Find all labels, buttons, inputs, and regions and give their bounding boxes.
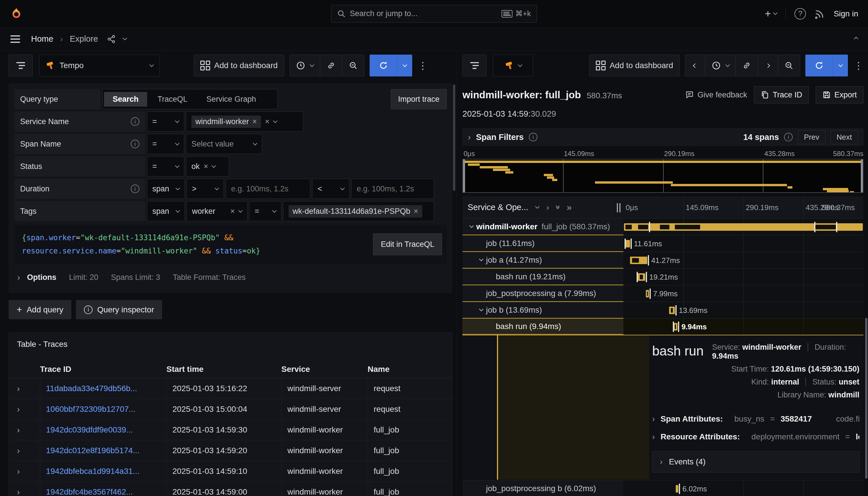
service-name-operator[interactable]: =	[147, 111, 184, 131]
minimap-canvas[interactable]	[463, 159, 864, 193]
span-attributes-row[interactable]: ›Span Attributes: busy_ns=3582417 code.f…	[652, 414, 859, 423]
trace-id-link[interactable]: 1942dbfc4be3567f462...	[46, 487, 133, 496]
span-row[interactable]: bash run (19.21ms)19.21ms	[463, 269, 864, 285]
import-trace-button[interactable]: Import trace	[391, 89, 447, 109]
clear-icon[interactable]: ×	[265, 117, 269, 126]
expand-row-icon[interactable]: ›	[17, 384, 40, 393]
span-expander-icon[interactable]	[476, 309, 486, 311]
column-header[interactable]: Start time	[167, 365, 281, 374]
time-picker-button[interactable]	[290, 55, 320, 76]
search-input[interactable]	[350, 9, 497, 18]
trace-id-link[interactable]: 11dabada33e479db56b...	[46, 384, 137, 393]
column-header[interactable]: Name	[368, 365, 444, 374]
expand-row-icon[interactable]: ›	[17, 466, 40, 476]
add-to-dashboard-button[interactable]: Add to dashboard	[589, 55, 680, 76]
column-header[interactable]: Service	[281, 365, 368, 374]
time-shift-back-button[interactable]	[685, 55, 705, 76]
span-row[interactable]: job a (41.27ms)41.27ms	[463, 252, 864, 269]
global-search[interactable]: ⌘+k	[331, 5, 537, 23]
link-split-button[interactable]	[320, 55, 342, 76]
expand-right-icon[interactable]: ›	[546, 203, 549, 212]
span-row[interactable]: job (11.61ms)11.61ms	[463, 235, 864, 252]
more-options-kebab[interactable]: ⋮	[854, 60, 864, 71]
tab-search[interactable]: Search	[104, 92, 147, 107]
query-outline-button[interactable]	[9, 55, 33, 76]
span-duration-bar[interactable]	[673, 323, 678, 330]
column-splitter[interactable]	[617, 203, 621, 212]
breadcrumb-explore[interactable]: Explore	[70, 34, 98, 44]
chevron-down-icon[interactable]	[123, 36, 127, 41]
trace-id-link[interactable]: 1942dbfebca1d9914a31...	[46, 467, 139, 476]
trace-id-link[interactable]: 1942dc012e8f196b5174...	[46, 446, 139, 455]
trace-id-link[interactable]: 1942dc039dfdf9e0039...	[46, 425, 133, 434]
datasource-picker[interactable]: Tempo	[39, 55, 160, 76]
service-operation-column-header[interactable]: Service & Ope...	[468, 203, 528, 212]
tab-traceql[interactable]: TraceQL	[149, 92, 196, 107]
query-outline-button[interactable]	[463, 55, 486, 76]
span-expander-icon[interactable]	[476, 259, 486, 261]
span-duration-bar[interactable]	[624, 223, 863, 231]
duration-max[interactable]	[351, 179, 434, 199]
span-duration-bar[interactable]	[625, 240, 630, 247]
time-picker-button[interactable]	[705, 55, 735, 76]
left-scrollbar[interactable]	[453, 84, 455, 191]
chevron-down-icon[interactable]	[535, 204, 540, 209]
tags-key[interactable]: worker×	[187, 201, 247, 221]
give-feedback-link[interactable]: Give feedback	[685, 90, 747, 99]
service-name-value[interactable]: windmill-worker× ×	[186, 111, 303, 131]
zoom-out-button[interactable]	[778, 55, 800, 76]
span-filters-bar[interactable]: ›Span Filters i 14 spans i Prev Next	[463, 128, 864, 146]
news-rss-icon[interactable]	[815, 9, 825, 19]
more-options-kebab[interactable]: ⋮	[418, 60, 428, 71]
span-row[interactable]: job_postprocessing b (6.02ms)6.02ms	[463, 480, 864, 496]
add-query-button[interactable]: +Add query	[9, 300, 71, 319]
span-row[interactable]: job b (13.69ms)13.69ms	[463, 302, 864, 319]
collapse-all-icon[interactable]	[556, 206, 559, 208]
duration-scope[interactable]: span	[147, 179, 185, 199]
span-name-value[interactable]: Select value	[186, 134, 262, 154]
collapse-chevron-up-icon[interactable]	[854, 37, 858, 41]
query-inspector-button[interactable]: iQuery inspector	[76, 300, 162, 319]
prev-span-button[interactable]: Prev	[798, 130, 825, 144]
tags-value[interactable]: wk-default-133114d6a91e-PSPQb×	[283, 201, 434, 221]
next-span-button[interactable]: Next	[831, 130, 858, 144]
duration-op-gt[interactable]: >	[187, 179, 224, 199]
duration-op-lt[interactable]: <	[312, 179, 350, 199]
events-expander[interactable]: ›Events (4)	[652, 451, 859, 472]
trace-minimap[interactable]: 0μs145.09ms290.19ms435.28ms580.37ms	[463, 150, 864, 193]
trace-id-link[interactable]: 1060bbf732309b12707...	[46, 405, 135, 414]
tags-operator[interactable]: =	[249, 201, 281, 221]
edit-in-traceql-button[interactable]: Edit in TraceQL	[373, 233, 442, 255]
share-icon[interactable]	[107, 34, 117, 44]
remove-chip-icon[interactable]: ×	[252, 117, 257, 126]
link-split-button[interactable]	[735, 55, 758, 76]
run-query-button[interactable]	[805, 55, 848, 76]
datasource-picker-mini[interactable]	[493, 55, 533, 76]
add-menu-button[interactable]: +	[765, 8, 777, 20]
menu-toggle-icon[interactable]	[10, 35, 20, 43]
span-duration-bar[interactable]	[637, 273, 645, 281]
right-scrollbar[interactable]	[865, 318, 867, 479]
minimap-left-handle[interactable]	[463, 159, 465, 192]
span-name-operator[interactable]: =	[147, 134, 184, 154]
column-header[interactable]: Trace ID	[40, 365, 167, 374]
time-shift-forward-button[interactable]	[758, 55, 778, 76]
span-duration-bar[interactable]	[676, 485, 678, 493]
status-operator[interactable]: =	[147, 156, 184, 176]
resource-attributes-row[interactable]: ›Resource Attributes: deployment.environ…	[652, 432, 859, 441]
tags-value-chip[interactable]: wk-default-133114d6a91e-PSPQb×	[289, 205, 422, 218]
tags-scope[interactable]: span	[147, 201, 185, 221]
minimap-right-handle[interactable]	[861, 159, 863, 192]
sign-in-link[interactable]: Sign in	[834, 9, 858, 18]
span-duration-bar[interactable]	[646, 290, 649, 297]
help-icon[interactable]: ?	[794, 8, 806, 19]
trace-id-button[interactable]: Trace ID	[754, 86, 809, 104]
duration-min[interactable]	[226, 179, 310, 199]
options-row[interactable]: ›Options Limit: 20 Spans Limit: 3 Table …	[14, 267, 447, 288]
span-expander-icon[interactable]	[466, 226, 476, 227]
expand-row-icon[interactable]: ›	[17, 446, 40, 455]
zoom-out-button[interactable]	[342, 55, 365, 76]
grafana-logo[interactable]	[10, 7, 23, 20]
tab-service-graph[interactable]: Service Graph	[198, 92, 265, 107]
expand-row-icon[interactable]: ›	[17, 487, 40, 496]
